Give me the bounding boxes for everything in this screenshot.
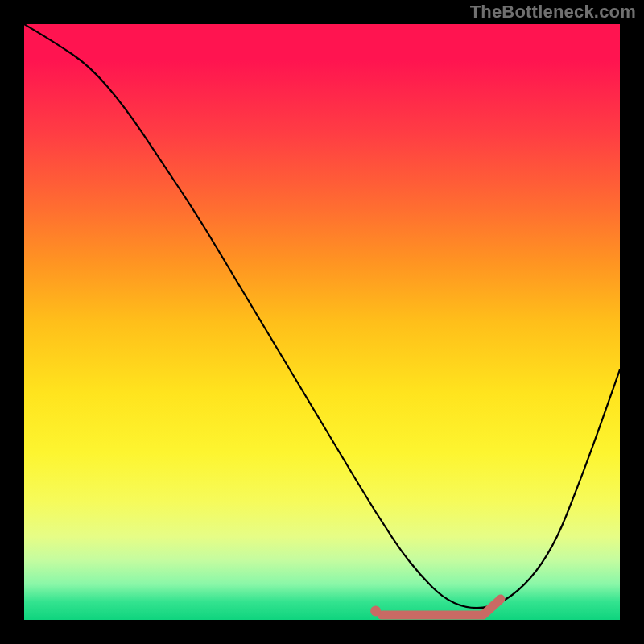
curve-layer [24, 24, 620, 620]
plot-area [24, 24, 620, 620]
chart-container: TheBottleneck.com [0, 0, 644, 644]
watermark-text: TheBottleneck.com [470, 2, 636, 23]
bottleneck-curve [24, 24, 620, 608]
optimal-marker [370, 605, 381, 616]
